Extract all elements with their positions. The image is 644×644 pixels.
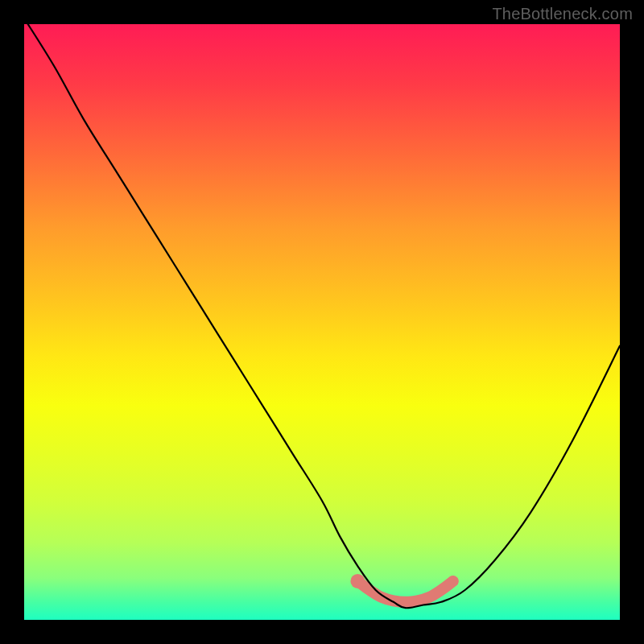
chart-svg bbox=[24, 24, 620, 620]
watermark-text: TheBottleneck.com bbox=[492, 5, 633, 23]
highlight-band bbox=[357, 581, 452, 602]
plot-area bbox=[24, 24, 620, 620]
chart-frame: TheBottleneck.com bbox=[0, 0, 644, 644]
bottleneck-curve bbox=[24, 24, 620, 608]
highlight-start-dot bbox=[350, 574, 365, 588]
